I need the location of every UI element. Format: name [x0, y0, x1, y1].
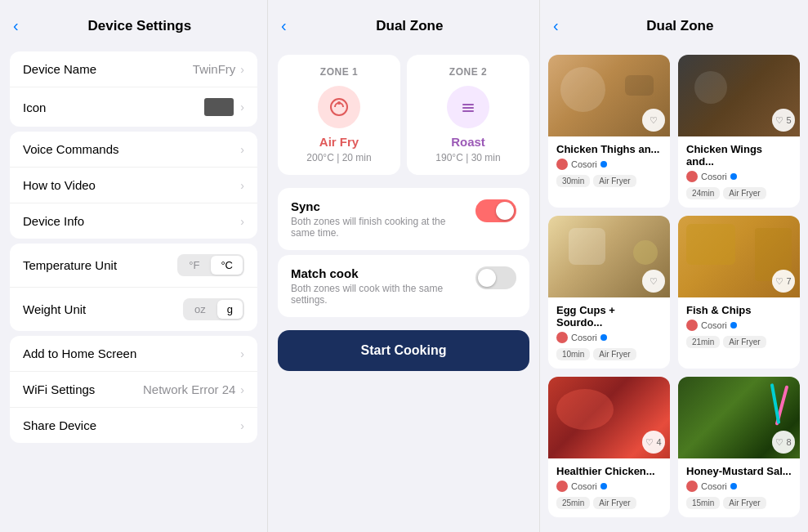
sync-description: Both zones will finish cooking at the sa… [291, 216, 467, 239]
icon-chevron: › [240, 101, 244, 114]
add-to-home-row[interactable]: Add to Home Screen › [10, 336, 257, 372]
recipe-card-chicken-wings[interactable]: ♡ 5 Chicken Wings and... Cosori 24min Ai… [678, 55, 800, 208]
heart-badge-healthier-chicken[interactable]: ♡ 4 [642, 431, 665, 454]
device-info-row[interactable]: Device Info › [10, 203, 257, 239]
wifi-settings-chevron: › [240, 383, 244, 396]
match-row: Match cook Both zones will cook with the… [291, 266, 516, 306]
zone2-card[interactable]: ZONE 2 Roast 190°C | 30 min [407, 55, 529, 175]
tag-category-chicken-wings: Air Fryer [723, 187, 766, 199]
tag-time-healthier-chicken: 25min [556, 497, 590, 509]
voice-commands-row[interactable]: Voice Commands › [10, 132, 257, 168]
settings-back-button[interactable]: ‹ [13, 13, 25, 38]
sync-text: Sync Both zones will finish cooking at t… [291, 199, 467, 239]
food-decoration-2 [625, 75, 654, 96]
heart-badge-chicken-wings[interactable]: ♡ 5 [772, 109, 795, 132]
sync-toggle[interactable] [475, 199, 516, 222]
verified-icon-chicken-wings [730, 173, 737, 180]
heart-badge-egg-cups[interactable]: ♡ [642, 270, 665, 293]
info-group: Voice Commands › How to Video › Device I… [10, 132, 257, 239]
units-group: Temperature Unit °F °C Weight Unit oz g [10, 244, 257, 331]
recipe-info-chicken-wings: Chicken Wings and... Cosori 24min Air Fr… [678, 136, 800, 208]
weight-oz[interactable]: oz [185, 300, 216, 319]
device-name-value: TwinFry [193, 62, 236, 76]
recipe-info-egg-cups: Egg Cups + Sourdo... Cosori 10min Air Fr… [548, 297, 670, 369]
recipes-header: ‹ Dual Zone [540, 0, 808, 47]
recipe-card-egg-cups[interactable]: ♡ Egg Cups + Sourdo... Cosori 10min Air … [548, 216, 670, 369]
add-to-home-chevron: › [240, 347, 244, 360]
straw-teal [770, 383, 781, 424]
zone-container: ZONE 1 Air Fry 200°C | 20 min ZONE 2 [268, 47, 539, 183]
weight-g[interactable]: g [217, 300, 243, 319]
how-to-video-row[interactable]: How to Video › [10, 168, 257, 203]
recipe-info-chicken-thighs: Chicken Thighs an... Cosori 30min Air Fr… [548, 136, 670, 195]
tag-category-healthier-chicken: Air Fryer [593, 497, 636, 509]
match-toggle[interactable] [475, 266, 516, 289]
zone1-settings: 200°C | 20 min [286, 152, 392, 163]
recipe-info-honey-mustard: Honey-Mustard Sal... Cosori 15min Air Fr… [678, 458, 800, 517]
dualzone-title: Dual Zone [293, 18, 526, 34]
temp-fahrenheit[interactable]: °F [179, 256, 209, 275]
start-cooking-button[interactable]: Start Cooking [278, 330, 529, 371]
recipe-tags-chicken-thighs: 30min Air Fryer [556, 175, 662, 187]
tag-time-chicken-thighs: 30min [556, 175, 590, 187]
icon-label: Icon [23, 101, 204, 114]
recipe-tags-egg-cups: 10min Air Fryer [556, 348, 662, 360]
wifi-settings-label: WiFi Settings [23, 382, 143, 396]
misc-group: Add to Home Screen › WiFi Settings Netwo… [10, 336, 257, 443]
heart-badge-honey-mustard[interactable]: ♡ 8 [772, 431, 795, 454]
device-name-row[interactable]: Device Name TwinFry › [10, 51, 257, 87]
temperature-toggle[interactable]: °F °C [177, 254, 244, 276]
recipes-panel: ‹ Dual Zone ♡ Chicken Thighs an... Cosor… [540, 0, 808, 532]
svg-rect-3 [462, 107, 474, 109]
recipe-info-healthier-chicken: Healthier Chicken... Cosori 25min Air Fr… [548, 458, 670, 517]
heart-badge-fish-chips[interactable]: ♡ 7 [772, 270, 795, 293]
temp-celsius[interactable]: °C [211, 256, 243, 275]
recipe-name-healthier-chicken: Healthier Chicken... [556, 465, 662, 477]
food-decoration [556, 389, 614, 430]
recipe-tags-healthier-chicken: 25min Air Fryer [556, 497, 662, 509]
dualzone-header: ‹ Dual Zone [268, 0, 539, 47]
zone2-time: 30 min [471, 152, 501, 163]
settings-title: Device Settings [25, 18, 254, 34]
verified-icon-egg-cups [600, 334, 607, 341]
tag-category-chicken-thighs: Air Fryer [593, 175, 636, 187]
recipes-back-button[interactable]: ‹ [553, 13, 565, 38]
verified-icon-chicken-thighs [600, 161, 607, 168]
recipe-card-healthier-chicken[interactable]: ♡ 4 Healthier Chicken... Cosori 25min Ai… [548, 377, 670, 517]
share-device-row[interactable]: Share Device › [10, 408, 257, 443]
verified-icon-honey-mustard [730, 483, 737, 490]
recipe-info-fish-chips: Fish & Chips Cosori 21min Air Fryer [678, 297, 800, 356]
device-info-chevron: › [240, 215, 244, 228]
recipe-card-honey-mustard[interactable]: ♡ 8 Honey-Mustard Sal... Cosori 15min Ai… [678, 377, 800, 517]
verified-icon-healthier-chicken [600, 483, 607, 490]
food-decoration [560, 67, 605, 112]
recipe-author-honey-mustard: Cosori [686, 481, 792, 492]
recipe-name-egg-cups: Egg Cups + Sourdo... [556, 304, 662, 329]
author-avatar-honey-mustard [686, 481, 698, 492]
food-decoration [694, 71, 727, 104]
verified-icon-fish-chips [730, 322, 737, 329]
voice-commands-label: Voice Commands [23, 142, 240, 156]
weight-toggle[interactable]: oz g [183, 298, 244, 320]
recipe-card-chicken-thighs[interactable]: ♡ Chicken Thighs an... Cosori 30min Air … [548, 55, 670, 208]
dualzone-panel: ‹ Dual Zone ZONE 1 Air Fry 200°C | 20 mi… [268, 0, 540, 532]
recipe-image-healthier-chicken: ♡ 4 [548, 377, 670, 458]
recipe-image-chicken-wings: ♡ 5 [678, 55, 800, 136]
recipe-author-chicken-wings: Cosori [686, 171, 792, 182]
dualzone-back-button[interactable]: ‹ [281, 13, 293, 38]
recipe-name-chicken-thighs: Chicken Thighs an... [556, 143, 662, 155]
zone1-time: 20 min [342, 152, 372, 163]
match-card: Match cook Both zones will cook with the… [278, 255, 529, 317]
recipe-image-egg-cups: ♡ [548, 216, 670, 297]
recipe-card-fish-chips[interactable]: ♡ 7 Fish & Chips Cosori 21min Air Fryer [678, 216, 800, 369]
heart-badge-chicken-thighs[interactable]: ♡ [642, 109, 665, 132]
wifi-settings-row[interactable]: WiFi Settings Network Error 24 › [10, 372, 257, 408]
icon-row[interactable]: Icon › [10, 87, 257, 127]
author-name-chicken-wings: Cosori [701, 172, 727, 181]
recipe-name-chicken-wings: Chicken Wings and... [686, 143, 792, 168]
zone1-icon [318, 86, 360, 128]
author-avatar-fish-chips [686, 320, 698, 331]
zone1-card[interactable]: ZONE 1 Air Fry 200°C | 20 min [278, 55, 400, 175]
device-name-chevron: › [240, 63, 244, 76]
device-info-label: Device Info [23, 214, 240, 228]
